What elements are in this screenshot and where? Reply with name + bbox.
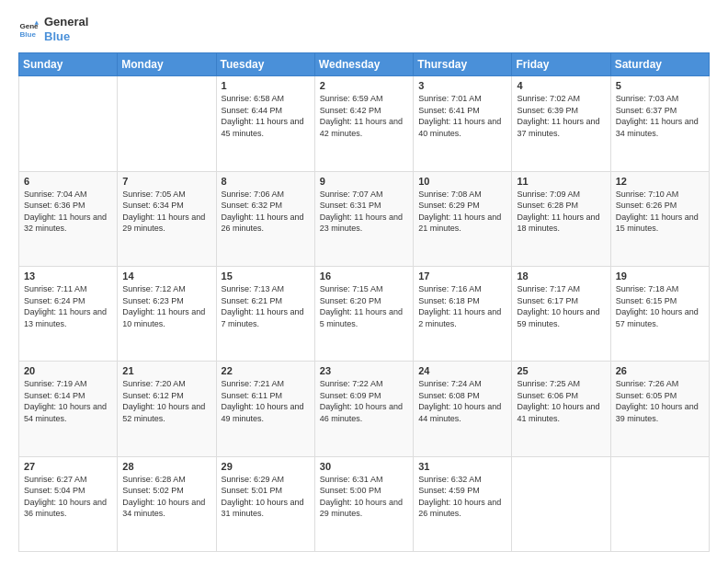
weekday-thursday: Thursday — [414, 53, 512, 76]
day-cell: 13Sunrise: 7:11 AM Sunset: 6:24 PM Dayli… — [19, 266, 118, 361]
day-number: 8 — [222, 176, 310, 187]
week-row-1: 1Sunrise: 6:58 AM Sunset: 6:44 PM Daylig… — [19, 76, 710, 171]
day-number: 18 — [517, 270, 605, 282]
weekday-sunday: Sunday — [19, 53, 118, 76]
day-info: Sunrise: 7:06 AM Sunset: 6:32 PM Dayligh… — [222, 189, 310, 235]
day-info: Sunrise: 7:21 AM Sunset: 6:11 PM Dayligh… — [222, 378, 310, 424]
day-info: Sunrise: 6:27 AM Sunset: 5:04 PM Dayligh… — [24, 474, 112, 520]
calendar-table: SundayMondayTuesdayWednesdayThursdayFrid… — [18, 52, 710, 552]
day-cell: 31Sunrise: 6:32 AM Sunset: 4:59 PM Dayli… — [414, 456, 512, 551]
day-info: Sunrise: 7:17 AM Sunset: 6:17 PM Dayligh… — [517, 283, 605, 329]
day-number: 20 — [24, 365, 112, 376]
page: General Blue General Blue SundayMondayTu… — [0, 0, 728, 563]
day-info: Sunrise: 7:26 AM Sunset: 6:05 PM Dayligh… — [616, 378, 704, 424]
day-info: Sunrise: 7:19 AM Sunset: 6:14 PM Dayligh… — [24, 378, 112, 424]
day-info: Sunrise: 6:31 AM Sunset: 5:00 PM Dayligh… — [320, 474, 408, 520]
day-cell: 19Sunrise: 7:18 AM Sunset: 6:15 PM Dayli… — [610, 266, 709, 361]
day-cell: 15Sunrise: 7:13 AM Sunset: 6:21 PM Dayli… — [216, 266, 314, 361]
weekday-tuesday: Tuesday — [216, 53, 314, 76]
day-number: 23 — [320, 365, 408, 376]
day-info: Sunrise: 7:18 AM Sunset: 6:15 PM Dayligh… — [616, 283, 704, 329]
day-number: 29 — [222, 461, 310, 472]
day-cell: 2Sunrise: 6:59 AM Sunset: 6:42 PM Daylig… — [314, 76, 413, 171]
day-cell: 27Sunrise: 6:27 AM Sunset: 5:04 PM Dayli… — [19, 456, 118, 551]
week-row-5: 27Sunrise: 6:27 AM Sunset: 5:04 PM Dayli… — [19, 456, 710, 551]
day-number: 11 — [517, 176, 605, 187]
day-info: Sunrise: 7:04 AM Sunset: 6:36 PM Dayligh… — [24, 189, 112, 235]
day-cell: 24Sunrise: 7:24 AM Sunset: 6:08 PM Dayli… — [414, 362, 512, 456]
day-cell: 28Sunrise: 6:28 AM Sunset: 5:02 PM Dayli… — [118, 456, 216, 551]
day-info: Sunrise: 7:03 AM Sunset: 6:37 PM Dayligh… — [616, 93, 704, 139]
day-cell: 3Sunrise: 7:01 AM Sunset: 6:41 PM Daylig… — [414, 76, 512, 171]
day-cell: 11Sunrise: 7:09 AM Sunset: 6:28 PM Dayli… — [512, 171, 610, 266]
day-cell: 18Sunrise: 7:17 AM Sunset: 6:17 PM Dayli… — [512, 266, 610, 361]
day-cell: 22Sunrise: 7:21 AM Sunset: 6:11 PM Dayli… — [216, 362, 314, 456]
day-number: 31 — [418, 461, 506, 472]
day-info: Sunrise: 6:32 AM Sunset: 4:59 PM Dayligh… — [418, 474, 506, 520]
day-info: Sunrise: 7:13 AM Sunset: 6:21 PM Dayligh… — [222, 283, 310, 329]
day-info: Sunrise: 7:22 AM Sunset: 6:09 PM Dayligh… — [320, 378, 408, 424]
day-number: 2 — [320, 80, 408, 91]
weekday-saturday: Saturday — [610, 53, 709, 76]
day-cell: 14Sunrise: 7:12 AM Sunset: 6:23 PM Dayli… — [118, 266, 216, 361]
day-number: 13 — [24, 270, 112, 282]
day-cell: 26Sunrise: 7:26 AM Sunset: 6:05 PM Dayli… — [610, 362, 709, 456]
weekday-friday: Friday — [512, 53, 610, 76]
day-info: Sunrise: 7:16 AM Sunset: 6:18 PM Dayligh… — [418, 283, 506, 329]
day-info: Sunrise: 7:25 AM Sunset: 6:06 PM Dayligh… — [517, 378, 605, 424]
day-cell — [512, 456, 610, 551]
week-row-4: 20Sunrise: 7:19 AM Sunset: 6:14 PM Dayli… — [19, 362, 710, 456]
day-cell: 17Sunrise: 7:16 AM Sunset: 6:18 PM Dayli… — [414, 266, 512, 361]
day-number: 26 — [616, 365, 704, 376]
day-info: Sunrise: 6:58 AM Sunset: 6:44 PM Dayligh… — [222, 93, 310, 139]
day-number: 12 — [616, 176, 704, 187]
day-number: 21 — [122, 365, 210, 376]
day-number: 27 — [24, 461, 112, 472]
day-number: 22 — [222, 365, 310, 376]
day-number: 19 — [616, 270, 704, 282]
day-cell: 29Sunrise: 6:29 AM Sunset: 5:01 PM Dayli… — [216, 456, 314, 551]
day-number: 6 — [24, 176, 112, 187]
day-number: 14 — [122, 270, 210, 282]
day-info: Sunrise: 7:12 AM Sunset: 6:23 PM Dayligh… — [122, 283, 210, 329]
week-row-2: 6Sunrise: 7:04 AM Sunset: 6:36 PM Daylig… — [19, 171, 710, 266]
day-cell: 7Sunrise: 7:05 AM Sunset: 6:34 PM Daylig… — [118, 171, 216, 266]
day-info: Sunrise: 6:59 AM Sunset: 6:42 PM Dayligh… — [320, 93, 408, 139]
day-info: Sunrise: 7:02 AM Sunset: 6:39 PM Dayligh… — [517, 93, 605, 139]
day-cell: 21Sunrise: 7:20 AM Sunset: 6:12 PM Dayli… — [118, 362, 216, 456]
logo-icon: General Blue — [18, 19, 39, 40]
day-info: Sunrise: 6:29 AM Sunset: 5:01 PM Dayligh… — [222, 474, 310, 520]
day-number: 16 — [320, 270, 408, 282]
day-cell: 16Sunrise: 7:15 AM Sunset: 6:20 PM Dayli… — [314, 266, 413, 361]
day-number: 9 — [320, 176, 408, 187]
day-number: 3 — [418, 80, 506, 91]
logo: General Blue General Blue — [18, 15, 88, 43]
logo-text-general: General — [44, 15, 88, 29]
day-cell: 8Sunrise: 7:06 AM Sunset: 6:32 PM Daylig… — [216, 171, 314, 266]
day-cell — [19, 76, 118, 171]
day-info: Sunrise: 7:10 AM Sunset: 6:26 PM Dayligh… — [616, 189, 704, 235]
day-info: Sunrise: 7:05 AM Sunset: 6:34 PM Dayligh… — [122, 189, 210, 235]
day-cell: 4Sunrise: 7:02 AM Sunset: 6:39 PM Daylig… — [512, 76, 610, 171]
day-cell: 5Sunrise: 7:03 AM Sunset: 6:37 PM Daylig… — [610, 76, 709, 171]
day-info: Sunrise: 6:28 AM Sunset: 5:02 PM Dayligh… — [122, 474, 210, 520]
day-cell: 25Sunrise: 7:25 AM Sunset: 6:06 PM Dayli… — [512, 362, 610, 456]
week-row-3: 13Sunrise: 7:11 AM Sunset: 6:24 PM Dayli… — [19, 266, 710, 361]
day-cell — [610, 456, 709, 551]
day-cell: 23Sunrise: 7:22 AM Sunset: 6:09 PM Dayli… — [314, 362, 413, 456]
day-info: Sunrise: 7:09 AM Sunset: 6:28 PM Dayligh… — [517, 189, 605, 235]
day-number: 7 — [122, 176, 210, 187]
day-cell: 20Sunrise: 7:19 AM Sunset: 6:14 PM Dayli… — [19, 362, 118, 456]
day-number: 28 — [122, 461, 210, 472]
day-cell: 10Sunrise: 7:08 AM Sunset: 6:29 PM Dayli… — [414, 171, 512, 266]
header: General Blue General Blue — [18, 15, 710, 43]
day-number: 30 — [320, 461, 408, 472]
day-cell: 12Sunrise: 7:10 AM Sunset: 6:26 PM Dayli… — [610, 171, 709, 266]
logo-text-blue: Blue — [44, 29, 88, 44]
day-number: 5 — [616, 80, 704, 91]
day-info: Sunrise: 7:01 AM Sunset: 6:41 PM Dayligh… — [418, 93, 506, 139]
day-number: 1 — [222, 80, 310, 91]
day-number: 24 — [418, 365, 506, 376]
weekday-monday: Monday — [118, 53, 216, 76]
day-number: 4 — [517, 80, 605, 91]
